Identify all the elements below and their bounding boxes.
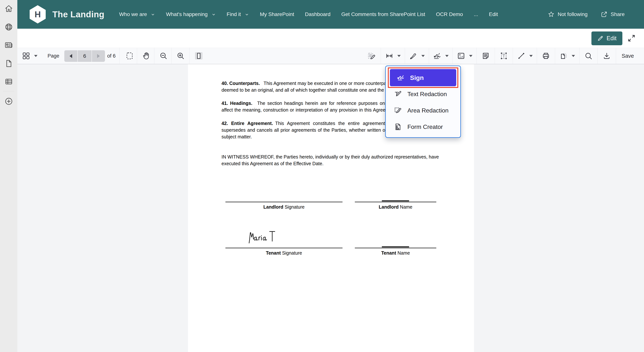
share-button[interactable]: Share	[600, 11, 624, 18]
nav-item-dashboard[interactable]: Dashboard	[300, 11, 336, 17]
globe-icon[interactable]	[4, 22, 13, 31]
home-icon[interactable]	[4, 4, 13, 13]
nav-items: Who we are What's happening Find it My S…	[114, 11, 504, 17]
pencil-icon	[597, 35, 604, 41]
landlord-name-label: Landlord Name	[355, 204, 436, 210]
menu-item-text-redaction[interactable]: Text Redaction	[388, 86, 458, 102]
toolbar-separator	[189, 48, 190, 64]
tenant-signature-value: Maria T	[188, 64, 188, 64]
toolbar-separator	[171, 48, 172, 64]
chevron-down-icon[interactable]	[469, 55, 472, 57]
signature-icon[interactable]	[429, 48, 452, 64]
toolbar-separator	[119, 48, 120, 64]
command-bar: Edit	[17, 29, 644, 48]
current-page-input[interactable]: 6	[78, 50, 92, 62]
witness-line-1: IN WITNESS WHEREOF, the Parties hereto, …	[222, 154, 444, 160]
nav-item-edit[interactable]: Edit	[484, 11, 503, 17]
sign-scribble-icon	[396, 73, 405, 82]
tenant-name-label: Tenant Name	[355, 250, 436, 256]
expand-icon[interactable]	[627, 34, 636, 42]
note-icon[interactable]	[477, 48, 495, 64]
single-page-view-icon[interactable]	[192, 48, 205, 64]
next-page-button[interactable]	[92, 50, 105, 62]
text-box-icon[interactable]	[495, 48, 513, 64]
chevron-down-icon	[244, 12, 249, 16]
site-title: The Landing	[52, 9, 104, 19]
top-nav: H The Landing Who we are What's happenin…	[17, 0, 644, 29]
chevron-down-icon[interactable]	[529, 55, 533, 57]
chevron-down-icon[interactable]	[34, 55, 38, 57]
text-redaction-icon	[394, 90, 402, 98]
chevron-down-icon[interactable]	[445, 55, 448, 57]
zoom-in-icon[interactable]	[173, 48, 188, 64]
annotation-tools: Save	[362, 48, 640, 64]
app-rail	[0, 0, 17, 352]
nav-item-get-comments[interactable]: Get Comments from SharePoint List	[336, 11, 430, 17]
tenant-signature-label: Tenant Signature	[226, 250, 342, 256]
chevron-down-icon[interactable]	[397, 55, 401, 57]
page-count-label: of 6	[107, 48, 116, 64]
highlight-icon[interactable]	[405, 48, 429, 64]
tenant-name-field[interactable]	[382, 246, 409, 247]
follow-button[interactable]: Not following	[548, 11, 588, 18]
zoom-out-icon[interactable]	[156, 48, 171, 64]
image-icon[interactable]	[453, 48, 476, 64]
marquee-zoom-icon[interactable]	[122, 48, 137, 64]
chevron-down-icon	[212, 12, 216, 16]
rail-divider	[3, 91, 14, 91]
witness-line-2: executed this Agreement as of the Effect…	[222, 161, 444, 166]
fill-and-sign-icon[interactable]	[362, 48, 381, 64]
save-button[interactable]: Save	[616, 48, 640, 64]
triangle-left-icon	[70, 54, 72, 58]
menu-item-form-creator[interactable]: Form Creator	[388, 119, 458, 135]
landlord-signature-label: Landlord Signature	[226, 204, 342, 210]
share-icon	[600, 11, 608, 18]
nav-item-whats-happening[interactable]: What's happening	[160, 11, 221, 17]
previous-page-button[interactable]	[64, 50, 78, 62]
form-creator-icon	[394, 123, 402, 131]
line-icon[interactable]	[513, 48, 537, 64]
menu-item-sign[interactable]: Sign	[390, 69, 456, 86]
pdf-toolbar: Page 6 of 6	[17, 48, 644, 64]
app-root: H The Landing Who we are What's happenin…	[0, 0, 644, 352]
tenant-handwritten-signature[interactable]	[248, 228, 279, 248]
print-icon[interactable]	[537, 48, 555, 64]
document-viewer[interactable]: 40. Counterparts.This Agreement may be e…	[17, 64, 644, 352]
chevron-down-icon[interactable]	[572, 55, 575, 57]
star-icon	[548, 11, 555, 18]
chevron-down-icon[interactable]	[422, 55, 425, 57]
page-navigator: 6	[64, 50, 105, 62]
nav-item-ocr-demo[interactable]: OCR Demo	[430, 11, 468, 17]
pan-hand-icon[interactable]	[138, 48, 154, 64]
measure-icon[interactable]	[381, 48, 405, 64]
extract-pages-icon[interactable]	[555, 48, 579, 64]
site-logo-letter: H	[34, 9, 41, 19]
toolbar-separator	[137, 48, 137, 64]
landlord-name-field[interactable]	[382, 200, 409, 201]
landlord-signature-line[interactable]	[226, 202, 342, 202]
landlord-name-line[interactable]	[355, 202, 436, 202]
triangle-right-icon	[97, 54, 100, 58]
area-redaction-icon	[394, 106, 402, 115]
nav-overflow-ellipsis[interactable]: ...	[468, 11, 484, 17]
list-icon[interactable]	[4, 77, 13, 86]
tenant-name-line[interactable]	[355, 248, 436, 248]
search-icon[interactable]	[580, 48, 598, 64]
menu-item-area-redaction[interactable]: Area Redaction	[388, 102, 458, 119]
toolbar-separator	[154, 48, 154, 64]
nav-item-who-we-are[interactable]: Who we are	[114, 11, 160, 17]
signature-dropdown-menu: Sign Text Redaction Area Redaction	[385, 66, 461, 138]
site-logo[interactable]: H	[30, 5, 46, 23]
nav-item-my-sharepoint[interactable]: My SharePoint	[254, 11, 300, 17]
tenant-signature-line[interactable]	[226, 248, 342, 248]
chevron-down-icon	[151, 12, 155, 16]
download-icon[interactable]	[598, 48, 616, 64]
create-new-icon[interactable]	[4, 97, 13, 106]
page-label: Page	[48, 48, 59, 64]
nav-right-actions: Not following Share	[534, 11, 644, 18]
page-thumbnails-icon[interactable]	[22, 48, 38, 64]
edit-page-button[interactable]: Edit	[592, 31, 622, 45]
nav-item-find-it[interactable]: Find it	[221, 11, 254, 17]
news-icon[interactable]	[4, 41, 13, 49]
document-icon[interactable]	[4, 59, 13, 68]
